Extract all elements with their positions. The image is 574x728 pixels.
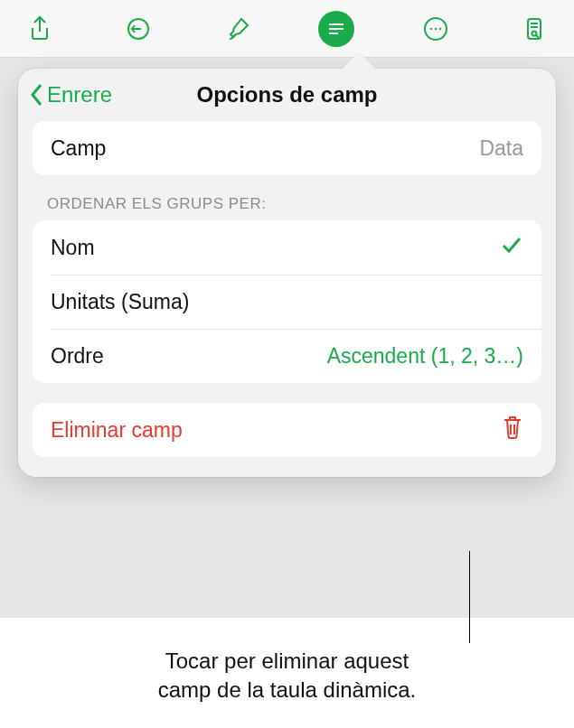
sort-option-label: Unitats (Suma): [51, 290, 189, 314]
format-brush-icon[interactable]: [220, 11, 256, 47]
back-button[interactable]: Enrere: [29, 69, 112, 121]
delete-label: Eliminar camp: [51, 418, 183, 443]
svg-point-4: [438, 27, 440, 29]
svg-point-3: [434, 27, 436, 29]
share-icon[interactable]: [22, 11, 58, 47]
field-group: Camp Data: [33, 121, 541, 175]
sort-option-name[interactable]: Nom: [33, 220, 541, 275]
sort-option-label: Nom: [51, 236, 95, 260]
svg-point-6: [532, 31, 536, 35]
field-label: Camp: [51, 136, 106, 161]
field-options-panel: Enrere Opcions de camp Camp Data Ordenar…: [18, 69, 556, 477]
sort-option-units[interactable]: Unitats (Suma): [33, 275, 541, 329]
checkmark-icon: [500, 233, 523, 262]
sort-group: Nom Unitats (Suma) Ordre Ascendent (1, 2…: [33, 220, 541, 383]
caption-line2: camp de la taula dinàmica.: [158, 677, 417, 702]
caption: Tocar per eliminar aquest camp de la tau…: [0, 647, 574, 705]
delete-field-button[interactable]: Eliminar camp: [33, 403, 541, 457]
more-icon[interactable]: [418, 11, 454, 47]
callout-line: [469, 551, 470, 643]
undo-icon[interactable]: [120, 11, 156, 47]
order-label: Ordre: [51, 344, 104, 369]
field-value: Data: [479, 136, 523, 161]
panel-header: Enrere Opcions de camp: [18, 69, 556, 121]
toolbar: [0, 0, 574, 58]
panel-title: Opcions de camp: [196, 82, 377, 107]
field-row[interactable]: Camp Data: [33, 121, 541, 175]
order-value: Ascendent (1, 2, 3…): [327, 344, 523, 369]
trash-icon: [502, 415, 523, 445]
caption-line1: Tocar per eliminar aquest: [165, 649, 409, 673]
svg-point-2: [429, 27, 431, 29]
order-row[interactable]: Ordre Ascendent (1, 2, 3…): [33, 329, 541, 383]
text-lines-icon[interactable]: [318, 11, 354, 47]
delete-group: Eliminar camp: [33, 403, 541, 457]
document-view-icon[interactable]: [516, 11, 552, 47]
back-label: Enrere: [47, 82, 112, 107]
sort-section-label: Ordenar els grups per:: [47, 195, 527, 213]
